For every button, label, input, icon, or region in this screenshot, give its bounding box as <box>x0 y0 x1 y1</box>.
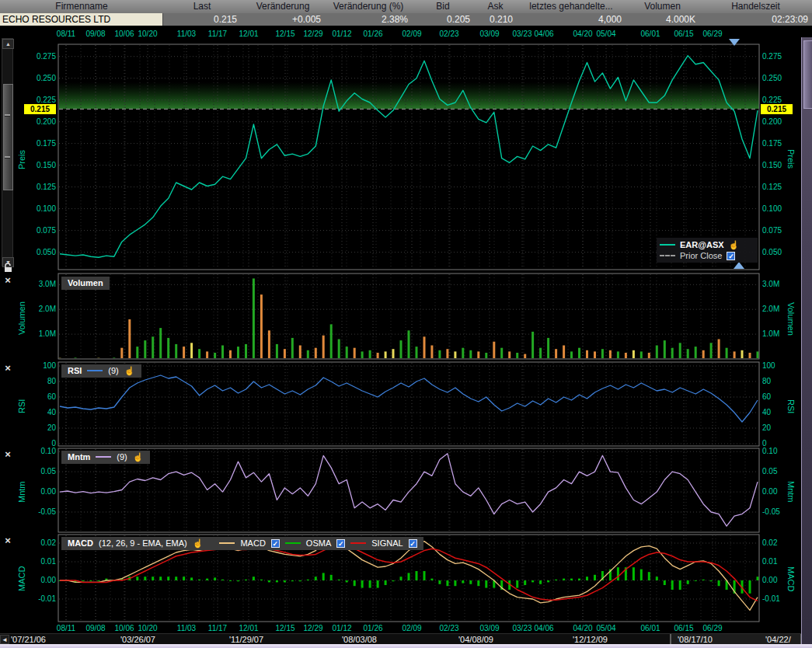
price-legend[interactable]: EAR@ASX ☝ Prior Close ✓ <box>657 238 758 263</box>
macd-legend-osma: OSMA <box>306 538 331 548</box>
rsi-panel-tag[interactable]: RSI (9) ☝ <box>61 364 141 378</box>
close-macd-panel-icon[interactable]: × <box>2 535 13 546</box>
drag-hand-icon[interactable]: ☝ <box>193 539 204 547</box>
last-price-tag-left: 0.215 <box>24 104 56 114</box>
mntm-line-swatch <box>96 456 111 458</box>
macd-panel-tag[interactable]: MACD (12, 26, 9 - EMA, EMA) ☝ MACD ✓ OSM… <box>61 537 423 550</box>
mntm-param: (9) <box>117 452 127 462</box>
osma-checkbox[interactable]: ✓ <box>336 539 345 548</box>
prior-close-swatch <box>660 255 675 256</box>
time-scrollbar-date: '07/21/06 <box>11 635 46 644</box>
time-scrollbar-date: '11/29/07 <box>229 635 263 644</box>
trading-chart-window: FirmennameLastVeränderungVeränderung (%)… <box>0 0 812 648</box>
time-scrollbar-date: '04/22/ <box>765 635 791 644</box>
scroll-left-icon[interactable]: ◄ <box>0 635 9 644</box>
macd-legend-signal: SIGNAL <box>371 538 403 548</box>
drag-hand-icon[interactable]: ☝ <box>124 367 135 375</box>
scroll-up-icon[interactable]: ▲ <box>2 39 14 49</box>
signal-checkbox[interactable]: ✓ <box>409 539 417 548</box>
time-scrollbar-date: '04/08/09 <box>458 635 493 644</box>
close-rsi-panel-icon[interactable]: × <box>2 363 13 374</box>
osma-line-swatch <box>285 542 301 544</box>
unlock-icon[interactable] <box>3 263 13 273</box>
mntm-axis-label-right: Mntm <box>786 457 796 527</box>
legend-prior-close-label: Prior Close <box>680 251 722 260</box>
rsi-panel-title: RSI <box>68 366 82 375</box>
price-line-swatch <box>660 244 675 246</box>
rsi-param: (9) <box>108 366 118 375</box>
range-marker-bottom-icon[interactable] <box>734 262 744 269</box>
prior-close-checkbox[interactable]: ✓ <box>727 252 735 260</box>
time-scrollbar[interactable]: '07/21/06'03/26/07'11/29/07'08/03/08'04/… <box>0 633 812 644</box>
mntm-panel-tag[interactable]: Mntm (9) ☝ <box>61 451 150 464</box>
macd-panel-title: MACD <box>68 538 93 548</box>
volume-axis-label-right: Volumen <box>786 284 796 354</box>
window-scrollbar-thumb[interactable] <box>803 40 812 109</box>
volume-axis-label-left: Volumen <box>17 284 26 354</box>
legend-row-prior-close[interactable]: Prior Close ✓ <box>660 250 754 261</box>
legend-row-symbol[interactable]: EAR@ASX ☝ <box>660 239 754 250</box>
last-price-tag-right: 0.215 <box>761 104 793 114</box>
price-axis-label-left: Preis <box>17 124 26 194</box>
signal-line-swatch <box>350 542 366 544</box>
macd-axis-label-left: MACD <box>17 544 26 614</box>
drag-hand-icon[interactable]: ☝ <box>133 453 144 461</box>
price-vertical-scrollbar[interactable]: ▲ ▼ <box>2 38 13 267</box>
time-scrollbar-date: '08/17/10 <box>678 635 713 644</box>
close-volume-panel-icon[interactable]: × <box>2 275 13 286</box>
drag-hand-icon[interactable]: ☝ <box>729 241 740 249</box>
window-bottom-edge <box>0 644 812 648</box>
rsi-line-swatch <box>87 370 103 371</box>
macd-legend-macd: MACD <box>240 538 265 548</box>
close-mntm-panel-icon[interactable]: × <box>2 449 13 460</box>
legend-symbol-label: EAR@ASX <box>680 240 724 249</box>
price-axis-label-right: Preis <box>786 124 796 194</box>
macd-checkbox[interactable]: ✓ <box>271 539 280 548</box>
mntm-panel-title: Mntm <box>68 452 90 462</box>
time-scrollbar-date: '03/26/07 <box>120 635 155 644</box>
macd-axis-label-right: MACD <box>786 544 796 614</box>
rsi-axis-label-left: RSI <box>17 371 26 441</box>
rsi-axis-label-right: RSI <box>786 371 796 441</box>
range-marker-top-icon[interactable] <box>729 39 740 46</box>
volume-panel-title: Volumen <box>68 278 103 287</box>
time-scrollbar-date: '08/03/08 <box>342 635 377 644</box>
mntm-axis-label-left: Mntm <box>17 457 26 527</box>
window-right-scrollbar[interactable] <box>801 37 812 644</box>
time-scrollbar-date: '12/12/09 <box>573 635 608 644</box>
macd-param: (12, 26, 9 - EMA, EMA) <box>99 538 187 548</box>
macd-line-swatch <box>219 542 235 544</box>
scrollbar-thumb[interactable] <box>3 84 13 190</box>
volume-panel-tag[interactable]: Volumen <box>61 277 110 290</box>
